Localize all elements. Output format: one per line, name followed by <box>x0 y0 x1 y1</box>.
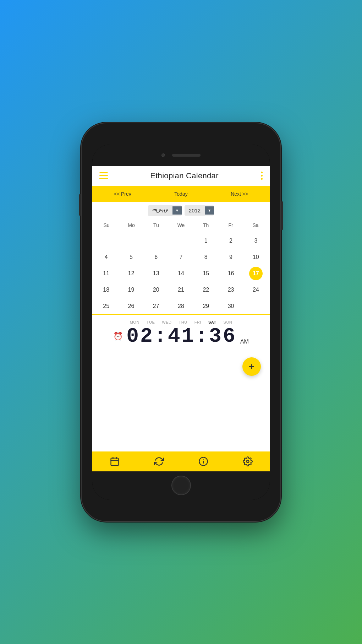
refresh-nav-icon <box>154 456 164 466</box>
app-header: Ethiopian Calendar <box>92 166 270 186</box>
more-options-button[interactable] <box>261 172 263 180</box>
am-pm-indicator: AM <box>240 339 249 347</box>
header-tu: Tu <box>144 220 169 231</box>
calendar-nav-icon <box>110 456 120 466</box>
day-cell-2[interactable]: 2 <box>219 233 243 249</box>
empty-cell <box>119 233 143 249</box>
day-cell-27[interactable]: 27 <box>144 298 168 314</box>
weekday-wed: WED <box>162 320 171 324</box>
bottom-nav-calendar[interactable] <box>110 456 120 466</box>
bottom-nav-info[interactable] <box>198 456 208 466</box>
fab-area: + <box>92 352 270 381</box>
day-cell-7[interactable]: 7 <box>169 249 193 265</box>
empty-cell <box>94 233 118 249</box>
weekday-tue: TUE <box>147 320 155 324</box>
day-cell-28[interactable]: 28 <box>169 298 193 314</box>
content-spacer <box>92 381 270 451</box>
empty-cell <box>169 233 193 249</box>
weekday-sun: SUN <box>224 320 232 324</box>
bottom-navigation <box>92 451 270 471</box>
day-cell-20[interactable]: 20 <box>144 282 168 298</box>
day-cell-23[interactable]: 23 <box>219 282 243 298</box>
calendar-days: 1234567891011121314151617181920212223242… <box>94 233 268 314</box>
add-event-fab[interactable]: + <box>242 357 261 376</box>
day-cell-21[interactable]: 21 <box>169 282 193 298</box>
day-cell-11[interactable]: 11 <box>94 266 118 281</box>
info-nav-icon <box>198 456 208 466</box>
phone-screen: Ethiopian Calendar << Prev Today Next >> <box>92 166 270 471</box>
empty-cell <box>144 233 168 249</box>
header-su: Su <box>94 220 119 231</box>
day-cell-8[interactable]: 8 <box>194 249 218 265</box>
weekday-mon: MON <box>130 320 139 324</box>
clock-display-row: ⏰ 02:41:36 AM <box>99 326 263 347</box>
day-cell-15[interactable]: 15 <box>194 266 218 281</box>
today-button[interactable]: Today <box>171 190 191 198</box>
header-mo: Mo <box>119 220 144 231</box>
app-title: Ethiopian Calendar <box>150 171 219 180</box>
weekday-sat: SAT <box>208 320 216 324</box>
weekday-thu: THU <box>179 320 187 324</box>
phone-frame: Ethiopian Calendar << Prev Today Next >> <box>82 123 280 521</box>
day-cell-16[interactable]: 16 <box>219 266 243 281</box>
svg-rect-0 <box>111 458 118 465</box>
month-dropdown[interactable]: ሚያዝያ ▼ <box>148 205 182 216</box>
calendar-grid: Su Mo Tu We Th Fr Sa 1234567891011121314… <box>92 220 270 314</box>
day-cell-17[interactable]: 17 <box>249 267 263 280</box>
weekday-fri: FRI <box>194 320 201 324</box>
day-cell-19[interactable]: 19 <box>119 282 143 298</box>
phone-top-bar <box>92 145 270 166</box>
day-cell-24[interactable]: 24 <box>244 282 268 298</box>
header-sa: Sa <box>243 220 268 231</box>
next-button[interactable]: Next >> <box>227 190 252 198</box>
day-headers: Su Mo Tu We Th Fr Sa <box>94 220 268 231</box>
screen-content: Ethiopian Calendar << Prev Today Next >> <box>92 166 270 471</box>
day-cell-22[interactable]: 22 <box>194 282 218 298</box>
alarm-icon: ⏰ <box>113 332 123 341</box>
home-button[interactable] <box>171 476 191 495</box>
day-cell-13[interactable]: 13 <box>144 266 168 281</box>
day-cell-1[interactable]: 1 <box>194 233 218 249</box>
day-cell-6[interactable]: 6 <box>144 249 168 265</box>
svg-point-7 <box>246 460 249 462</box>
bottom-nav-refresh[interactable] <box>154 456 164 466</box>
phone-screen-wrapper: Ethiopian Calendar << Prev Today Next >> <box>92 145 270 500</box>
day-cell-12[interactable]: 12 <box>119 266 143 281</box>
hamburger-menu-button[interactable] <box>99 172 108 179</box>
day-cell-10[interactable]: 10 <box>244 249 268 265</box>
year-dropdown-arrow[interactable]: ▼ <box>205 206 214 215</box>
day-cell-30[interactable]: 30 <box>219 298 243 314</box>
month-dropdown-arrow[interactable]: ▼ <box>172 206 182 215</box>
clock-section: MON TUE WED THU FRI SAT SUN ⏰ 02:41:36 A… <box>92 314 270 352</box>
bottom-nav-settings[interactable] <box>243 456 253 466</box>
weekday-row: MON TUE WED THU FRI SAT SUN <box>99 320 263 324</box>
day-cell-9[interactable]: 9 <box>219 249 243 265</box>
settings-nav-icon <box>243 456 253 466</box>
day-cell-4[interactable]: 4 <box>94 249 118 265</box>
day-cell-29[interactable]: 29 <box>194 298 218 314</box>
day-cell-26[interactable]: 26 <box>119 298 143 314</box>
header-fr: Fr <box>218 220 243 231</box>
day-cell-14[interactable]: 14 <box>169 266 193 281</box>
speaker-bar <box>172 154 201 157</box>
month-text: ሚያዝያ <box>148 205 172 216</box>
header-we: We <box>169 220 193 231</box>
header-th: Th <box>193 220 218 231</box>
prev-button[interactable]: << Prev <box>110 190 135 198</box>
day-cell-25[interactable]: 25 <box>94 298 118 314</box>
digital-clock: 02:41:36 <box>126 326 236 347</box>
day-cell-3[interactable]: 3 <box>244 233 268 249</box>
year-text: 2012 <box>185 205 205 216</box>
camera-dot <box>161 153 165 157</box>
calendar-nav-bar: << Prev Today Next >> <box>92 186 270 202</box>
month-year-selector: ሚያዝያ ▼ 2012 ▼ <box>92 202 270 220</box>
phone-bottom-bar <box>92 471 270 500</box>
day-cell-18[interactable]: 18 <box>94 282 118 298</box>
year-dropdown[interactable]: 2012 ▼ <box>185 205 214 216</box>
day-cell-5[interactable]: 5 <box>119 249 143 265</box>
